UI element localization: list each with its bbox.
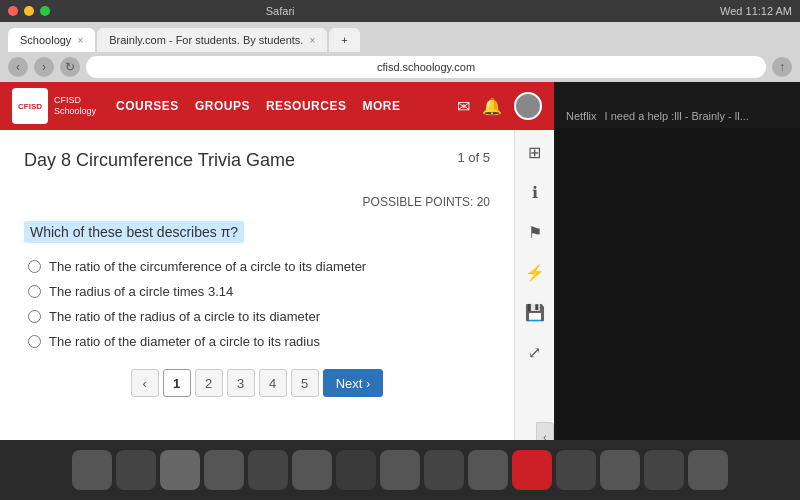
schoology-window: CFISD CFISD Schoology COURSES GROUPS RES… [0,82,554,498]
tab-schoology-label: Schoology [20,34,71,46]
dock [0,440,800,500]
dock-icon-12[interactable] [556,450,596,490]
url-input[interactable] [86,56,766,78]
option-2-text: The radius of a circle times 3.14 [49,284,233,299]
dock-icon-10[interactable] [468,450,508,490]
logo-icon: CFISD [12,88,48,124]
radio-2[interactable] [28,285,41,298]
nav-more[interactable]: MORE [362,99,400,113]
dock-icon-2[interactable] [116,450,156,490]
url-bar: ‹ › ↻ ↑ [0,52,800,82]
mail-icon[interactable]: ✉ [457,97,470,116]
grid-icon[interactable]: ⊞ [521,138,549,166]
close-dot[interactable] [8,6,18,16]
schoology-logo: CFISD CFISD Schoology [12,88,96,124]
forward-button[interactable]: › [34,57,54,77]
nav-groups[interactable]: GROUPS [195,99,250,113]
tab-brainly-label: Brainly.com - For students. By students. [109,34,303,46]
page-1-button[interactable]: 1 [163,369,191,397]
question-text: Which of these best describes π? [24,221,244,243]
app-title: Safari [266,5,295,17]
option-3[interactable]: The ratio of the radius of a circle to i… [28,309,490,324]
dock-icon-4[interactable] [204,450,244,490]
possible-points-value: 20 [477,195,490,209]
nav-links: COURSES GROUPS RESOURCES MORE [116,99,400,113]
expand-icon[interactable]: ⤢ [521,338,549,366]
logo-cfisd-text: CFISD [54,95,96,106]
browser-chrome: Schoology × Brainly.com - For students. … [0,22,800,82]
tab-bar: Schoology × Brainly.com - For students. … [0,22,800,52]
question-label: Which of these best describes π? [30,224,238,240]
logo-cfisd: CFISD [18,102,42,111]
info-icon[interactable]: ℹ [521,178,549,206]
tab-brainly[interactable]: Brainly.com - For students. By students.… [97,28,327,52]
logo-text: CFISD Schoology [54,95,96,117]
tab-new-icon: + [341,34,347,46]
logo-schoology-text: Schoology [54,106,96,117]
dock-icon-15[interactable] [688,450,728,490]
netflix-tab-bar: Netflix I need a help :lll - Brainly - l… [556,104,800,128]
back-button[interactable]: ‹ [8,57,28,77]
dock-icon-5[interactable] [248,450,288,490]
schoology-header: CFISD CFISD Schoology COURSES GROUPS RES… [0,82,554,130]
netflix-tab[interactable]: Netflix [566,110,597,122]
dock-icon-14[interactable] [644,450,684,490]
tab-close-icon[interactable]: × [77,35,83,46]
option-1-text: The ratio of the circumference of a circ… [49,259,366,274]
dock-icon-6[interactable] [292,450,332,490]
page-2-button[interactable]: 2 [195,369,223,397]
flag-icon[interactable]: ⚑ [521,218,549,246]
reload-button[interactable]: ↻ [60,57,80,77]
option-3-text: The ratio of the radius of a circle to i… [49,309,320,324]
tab-schoology[interactable]: Schoology × [8,28,95,52]
dock-icon-9[interactable] [424,450,464,490]
header-icons: ✉ 🔔 [457,92,542,120]
page-3-button[interactable]: 3 [227,369,255,397]
option-4-text: The ratio of the diameter of a circle to… [49,334,320,349]
disk-icon[interactable]: 💾 [521,298,549,326]
page-counter: 1 of 5 [457,150,490,165]
tab-brainly-close-icon[interactable]: × [309,35,315,46]
options-list: The ratio of the circumference of a circ… [24,259,490,349]
dock-icon-11[interactable] [512,450,552,490]
possible-points: POSSIBLE POINTS: 20 [24,195,490,209]
dock-icon-3[interactable] [160,450,200,490]
option-2[interactable]: The radius of a circle times 3.14 [28,284,490,299]
bell-icon[interactable]: 🔔 [482,97,502,116]
bolt-icon[interactable]: ⚡ [521,258,549,286]
share-button[interactable]: ↑ [772,57,792,77]
page-4-button[interactable]: 4 [259,369,287,397]
option-1[interactable]: The ratio of the circumference of a circ… [28,259,490,274]
page-5-button[interactable]: 5 [291,369,319,397]
pagination: ‹ 1 2 3 4 5 Next › [24,349,490,407]
radio-3[interactable] [28,310,41,323]
prev-button[interactable]: ‹ [131,369,159,397]
system-time: Wed 11:12 AM [720,5,792,17]
radio-1[interactable] [28,260,41,273]
dock-icon-8[interactable] [380,450,420,490]
dock-icon-7[interactable] [336,450,376,490]
mac-titlebar: Safari Wed 11:12 AM [0,0,800,22]
maximize-dot[interactable] [40,6,50,16]
dock-icon-1[interactable] [72,450,112,490]
page-title: Day 8 Circumference Trivia Game [24,150,295,171]
possible-points-label: POSSIBLE POINTS: [363,195,474,209]
option-4[interactable]: The ratio of the diameter of a circle to… [28,334,490,349]
brainly-tab[interactable]: I need a help :lll - Brainly - ll... [605,110,749,122]
tab-new[interactable]: + [329,28,359,52]
minimize-dot[interactable] [24,6,34,16]
radio-4[interactable] [28,335,41,348]
next-button[interactable]: Next › [323,369,384,397]
avatar[interactable] [514,92,542,120]
nav-courses[interactable]: COURSES [116,99,179,113]
dock-icon-13[interactable] [600,450,640,490]
nav-resources[interactable]: RESOURCES [266,99,347,113]
